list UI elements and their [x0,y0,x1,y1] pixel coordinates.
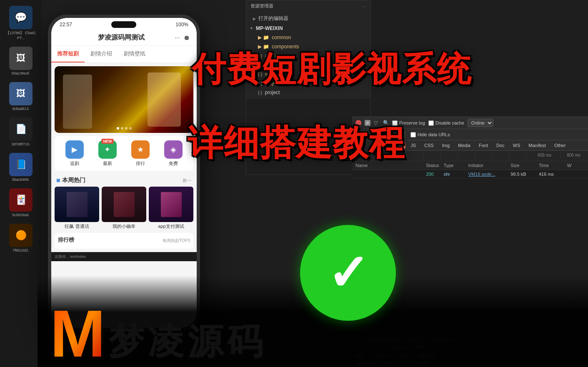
phone-app-title: 梦凌源码网测试 [98,33,145,42]
row-initiator[interactable]: VM16 asde... [468,172,511,177]
phone-battery: 100% [175,22,188,27]
devtools-tab-manifest[interactable]: Manifest [525,142,549,149]
left-sidebar: 💬 【13786】 ChatGPT... 🖼 00ac39e4f. 🖼 3c8a… [0,0,42,367]
ide-open-editors-label: 打开的编辑器 [258,15,288,22]
phone-status-bar: 22:57 100% [51,18,197,30]
row-type: xhr [444,172,468,177]
disable-cache-checkbox[interactable]: Disable cache [428,120,464,126]
col-type: Type [444,163,468,168]
brand-name-text: 梦凌源码 [108,322,267,361]
phone-more-btn[interactable]: ··· [175,34,180,42]
sidebar-icon-4[interactable]: 📘 5bac8489. [4,151,38,183]
network-throttle-select[interactable]: Online [468,119,493,127]
menu-icon-rank-label: 排行 [136,160,145,167]
sidebar-icon-2[interactable]: 🖼 3c8ad613. [4,80,38,112]
devtools-tab-other[interactable]: Other [551,142,569,149]
sidebar-icon-2-label: 3c8ad613. [12,107,30,111]
sidebar-icon-3-label: 3d7d8f719. [11,142,30,146]
devtools-tab-doc[interactable]: Doc [493,142,508,149]
expand-arrow-icon: ▼ [250,26,253,30]
section-title-hot: ■ 本周热门 [56,177,85,184]
banner-dots [117,127,132,130]
sidebar-icon-4-label: 5bac8489. [12,177,30,182]
phone-banner [55,66,193,133]
brand-m-logo: M [50,298,104,361]
overlay-title-line2: 详细搭建教程 [188,125,405,160]
video-title-1: 狂飙 普通话 [55,223,99,230]
ide-title: 资源管理器 [250,3,273,9]
ide-folder-common[interactable]: ▶ 📁 common [246,33,370,42]
file-icon: {·} [258,90,262,95]
ide-mp-weixin-label: MP-WEIXIN [256,25,283,31]
menu-icon-free-label: 免费 [169,160,178,167]
devtools-tab-js[interactable]: JS [407,142,419,149]
video-card-2[interactable]: 我的小确幸 [102,187,146,230]
menu-icon-rank[interactable]: ★ 排行 [131,140,150,167]
sidebar-icon-1-label: 00ac39e4f. [12,71,30,75]
section-header-hot: ■ 本周热门 换一 [55,174,193,187]
video-grid: 狂飙 普通话 我的小确幸 app支付 [55,187,193,230]
col-time: Time [539,163,567,168]
banner-dot-3 [125,127,128,130]
ide-header: 资源管理器 ··· [246,0,370,12]
devtools-tab-font[interactable]: Font [475,142,491,149]
phone-app-header: 梦凌源码网测试 ··· ⏺ [51,30,197,46]
ranking-section: 排行榜 每周热剧TOP3 [55,233,193,249]
sidebar-icon-6-label: 7f6b10d2. [13,248,29,252]
row-time: 416 ms [539,172,567,177]
devtools-tab-css[interactable]: CSS [421,142,437,149]
phone-record-btn[interactable]: ⏺ [183,34,190,42]
ranking-title: 排行榜 [58,236,74,244]
video-title-2: 我的小确幸 [102,223,146,230]
timeline-600ms: 600 ms [538,153,551,157]
devtools-tab-media[interactable]: Media [455,142,474,149]
menu-icon-new[interactable]: ✦ NEW 最新 [98,140,117,167]
video-card-3[interactable]: app支付测试 [149,187,193,230]
hide-data-urls-checkbox[interactable]: Hide data URLs [410,132,450,137]
ide-file-project-label: project [265,90,280,95]
ide-file-project[interactable]: {·} project [246,88,370,97]
devtools-tab-ws[interactable]: WS [510,142,524,149]
video-card-1[interactable]: 狂飙 普通话 [55,187,99,230]
table-row[interactable]: 200 xhr VM16 asde... 98.5 kB 416 ms [352,170,588,179]
phone-content: ▶ 追剧 ✦ NEW 最新 ★ 排行 ◈ 免费 [51,63,197,252]
phone-tab-intro[interactable]: 剧情介绍 [85,46,118,62]
sidebar-icon-5[interactable]: 🃏 5c0629a9. [4,187,38,219]
ide-mp-weixin[interactable]: ▼ MP-WEIXIN [246,24,370,33]
menu-icon-follow[interactable]: ▶ 追剧 [65,140,84,167]
ide-more-icon[interactable]: ··· [363,4,366,9]
banner-dot-1 [117,127,119,130]
folder-icon: ▶ 📁 [258,35,269,40]
phone-time: 22:57 [60,22,72,27]
section-more[interactable]: 换一 [183,177,192,184]
banner-dot-4 [129,127,132,130]
ide-open-editors[interactable]: ▶ 打开的编辑器 [246,13,370,24]
phone-tab-wallpaper[interactable]: 剧情壁纸 [118,46,151,62]
sidebar-icon-3[interactable]: 📄 3d7d8f719. [4,116,38,148]
checkmark-overlay: ✓ [300,225,396,321]
banner-dot-2 [121,127,123,130]
phone-nav-tabs: 推荐短剧 剧情介绍 剧情壁纸 [51,46,197,63]
menu-icon-free[interactable]: ◈ 免费 [164,140,183,167]
sidebar-icon-5-label: 5c0629a9. [12,213,30,217]
phone-tab-recommended[interactable]: 推荐短剧 [51,46,85,62]
folder-components-icon: ▶ 📁 [258,44,269,50]
devtools-tab-img[interactable]: Img [439,142,453,149]
menu-icon-follow-label: 追剧 [70,160,79,167]
row-name [355,172,426,177]
sidebar-icon-chat[interactable]: 💬 【13786】 ChatGPT... [4,4,38,42]
checkmark-symbol: ✓ [327,248,369,298]
ide-folder-components-label: components [272,44,299,50]
col-initiator: Initiator [468,163,511,168]
row-status: 200 [426,172,443,177]
menu-icon-new-label: 最新 [103,160,112,167]
sidebar-icon-1[interactable]: 🖼 00ac39e4f. [4,45,38,77]
sidebar-icon-6[interactable]: 🟠 7f6b10d2. [4,222,38,254]
overlay-title-line1: 付费短剧影视系统 [192,52,472,86]
timeline-800ms: 800 ms [567,153,580,157]
col-name: Name [355,163,426,168]
ranking-subtitle: 每周热剧TOP3 [163,238,190,244]
phone-path: 次路径... ient/index [51,252,197,261]
video-title-3: app支付测试 [149,223,193,230]
col-status: Status [426,163,443,168]
